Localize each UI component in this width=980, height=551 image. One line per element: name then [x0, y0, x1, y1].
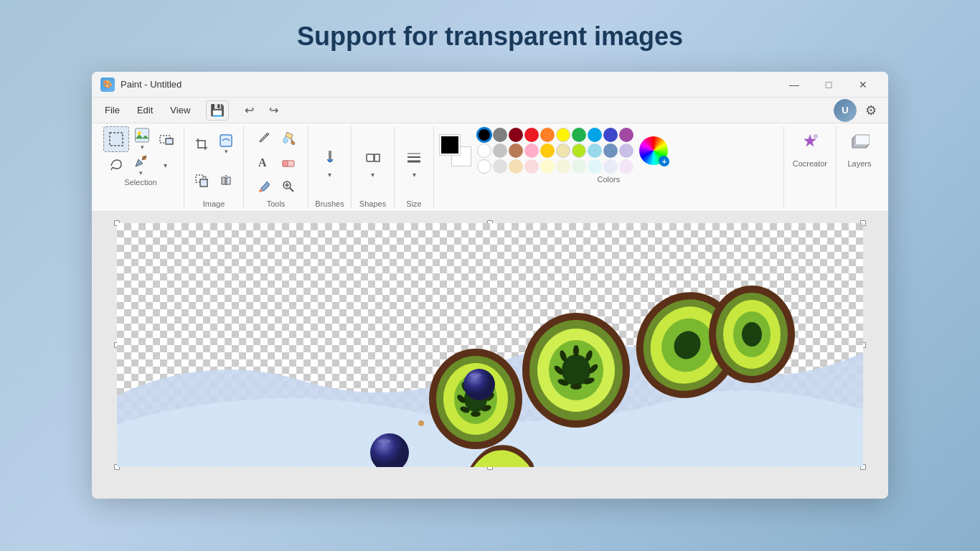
color-swatch[interactable] [556, 143, 570, 158]
brushes-label: Brushes [315, 199, 344, 208]
brush-icon[interactable] [319, 146, 341, 169]
minimize-button[interactable]: — [778, 73, 811, 96]
svg-point-2 [138, 131, 141, 135]
tools-label: Tools [267, 199, 286, 208]
selection-lasso-button[interactable] [105, 154, 128, 176]
svg-point-16 [259, 189, 262, 192]
color-row-1 [477, 128, 633, 142]
color-swatch[interactable] [477, 143, 491, 158]
color-picker-button[interactable] [253, 175, 275, 198]
cocreator-group: Cocreator [784, 126, 837, 208]
close-button[interactable]: ✕ [847, 73, 880, 96]
pencil-button[interactable] [253, 126, 275, 149]
selection-image-button[interactable]: ▾ [131, 128, 154, 151]
color-spectrum-button[interactable]: + [639, 136, 668, 165]
maximize-button[interactable]: □ [812, 73, 845, 96]
color-swatch[interactable] [540, 143, 555, 158]
kiwi-half-right [705, 281, 798, 388]
color-swatch[interactable] [588, 143, 602, 158]
color-swatch[interactable] [477, 128, 491, 142]
crop-button[interactable] [190, 133, 213, 156]
selection-rect-button[interactable] [103, 126, 129, 152]
colors-label: Colors [440, 175, 778, 184]
color-swatch[interactable] [540, 159, 555, 174]
color-swatch[interactable] [509, 159, 523, 174]
menu-view[interactable]: View [163, 102, 197, 118]
toolbar: ▾ [92, 123, 888, 212]
color-swatch[interactable] [493, 128, 507, 142]
color-swatch[interactable] [603, 128, 618, 142]
selection-resize-button[interactable] [155, 128, 178, 151]
image-group: ▾ Image [184, 126, 244, 208]
redo-button[interactable]: ↪ [262, 100, 285, 121]
shapes-down[interactable]: ▾ [371, 171, 374, 179]
svg-rect-21 [329, 151, 331, 159]
menu-edit[interactable]: Edit [130, 102, 160, 118]
color-swatch[interactable] [588, 128, 602, 142]
svg-point-65 [742, 322, 762, 347]
fill-button[interactable] [277, 126, 300, 149]
effects-button[interactable]: ▾ [215, 133, 237, 156]
color-preview[interactable] [440, 135, 471, 166]
eraser-button[interactable] [277, 151, 300, 174]
svg-text:A: A [258, 156, 267, 169]
text-button[interactable]: A [253, 151, 275, 174]
cocreator-button[interactable] [796, 126, 824, 158]
save-button[interactable]: 💾 [206, 100, 229, 121]
colors-group: + Colors [434, 126, 784, 208]
menubar-right: U ⚙ [834, 99, 882, 122]
color-swatch[interactable] [603, 159, 618, 174]
brushes-down[interactable]: ▾ [328, 171, 331, 179]
color-swatch[interactable] [603, 143, 618, 158]
svg-point-67 [470, 373, 481, 377]
flip-button[interactable] [215, 169, 237, 192]
svg-point-66 [463, 369, 495, 400]
svg-point-69 [378, 439, 391, 443]
user-avatar[interactable]: U [834, 99, 857, 122]
color-swatch[interactable] [619, 159, 633, 174]
layers-button[interactable] [845, 126, 874, 158]
color-swatch[interactable] [619, 128, 633, 142]
settings-button[interactable]: ⚙ [859, 99, 882, 122]
layers-group: Layers [837, 126, 882, 208]
color-swatch[interactable] [524, 128, 539, 142]
color-swatch[interactable] [556, 159, 570, 174]
selection-paint-button[interactable]: ▾ [129, 154, 152, 176]
color-swatch[interactable] [540, 128, 555, 142]
small-particle [418, 420, 424, 426]
brushes-group: ▾ Brushes [308, 126, 352, 208]
shapes-icon[interactable] [362, 146, 385, 169]
blueberry-2 [368, 431, 411, 467]
color-swatch[interactable] [524, 159, 539, 174]
size-label: Size [406, 199, 421, 208]
svg-point-68 [370, 433, 409, 467]
svg-point-53 [570, 384, 582, 390]
titlebar: 🎨 Paint - Untitled — □ ✕ [92, 72, 888, 98]
color-swatch[interactable] [509, 128, 523, 142]
svg-point-40 [471, 411, 481, 417]
size-group: ▾ Size [395, 126, 434, 208]
svg-rect-7 [220, 135, 232, 146]
color-swatch[interactable] [572, 159, 586, 174]
color-swatch[interactable] [572, 128, 586, 142]
color-swatch[interactable] [493, 143, 507, 158]
color-white-swatch[interactable] [477, 159, 491, 174]
color-swatch[interactable] [588, 159, 602, 174]
selection-down-arrow[interactable]: ▾ [154, 154, 176, 176]
undo-button[interactable]: ↩ [237, 100, 260, 121]
color-swatch[interactable] [619, 143, 633, 158]
page-heading: Support for transparent images [297, 22, 683, 52]
selection-label: Selection [124, 178, 156, 187]
color-swatch[interactable] [524, 143, 539, 158]
zoom-button[interactable] [277, 175, 300, 198]
canvas-image[interactable] [117, 223, 863, 467]
color-swatch[interactable] [556, 128, 570, 142]
size-lines-icon[interactable] [402, 146, 425, 169]
color-swatch[interactable] [493, 159, 507, 174]
color-swatch[interactable] [572, 143, 586, 158]
svg-line-5 [111, 167, 113, 170]
size-down[interactable]: ▾ [413, 171, 416, 179]
resize-button[interactable] [190, 169, 213, 192]
menu-file[interactable]: File [98, 102, 127, 118]
color-swatch[interactable] [509, 143, 523, 158]
